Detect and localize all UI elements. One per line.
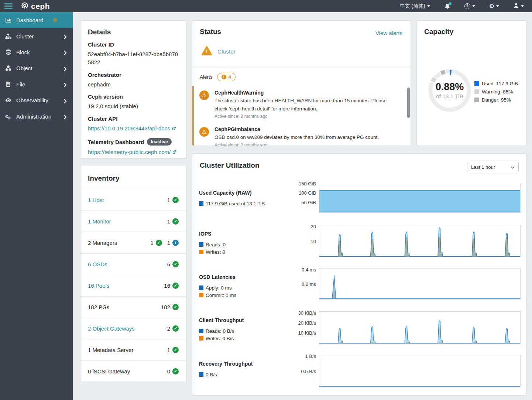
chevron-right-icon [64, 114, 67, 119]
axis-tick-label: 10 KiB/s [192, 330, 316, 336]
sitemap-icon [5, 33, 12, 40]
sidebar-item-label: Object [16, 65, 32, 71]
top-navbar: ceph 中文 (简体) ? ⚙ [0, 0, 532, 12]
legend-swatch [199, 250, 203, 254]
cluster-api-label: Cluster API [88, 116, 179, 122]
sidebar-item-label: Dashboard [16, 17, 43, 23]
info-circle-icon: i [172, 240, 179, 246]
legend-swatch [199, 336, 203, 341]
badge-count: 6 [167, 261, 170, 267]
badge-count: 16 [164, 283, 170, 289]
cluster-health-link[interactable]: Cluster [217, 48, 236, 55]
sidebar-item-dashboard[interactable]: Dashboard [0, 12, 73, 28]
inventory-row: 2 Managers1✓1i [80, 232, 186, 253]
check-circle-icon: ✓ [172, 368, 179, 375]
capacity-card: Capacity 0.88% of 13.1 TiB Used: 117.9 G… [416, 20, 526, 146]
chevron-down-icon [427, 5, 430, 7]
inventory-count-badge: 6✓ [167, 261, 179, 267]
alert-warning-icon: ⚠ [199, 90, 209, 100]
telemetry-link[interactable]: https://telemetry-public.ceph.com/ [88, 149, 171, 155]
check-circle-icon: ✓ [156, 240, 162, 246]
check-circle-icon: ✓ [172, 197, 179, 203]
sidebar-item-cluster[interactable]: Cluster [0, 28, 73, 44]
inventory-item-label: 182 PGs [88, 304, 109, 310]
cubes-icon [5, 65, 12, 71]
inventory-row: 182 PGs182✓ [80, 296, 186, 318]
hamburger-menu-icon[interactable] [4, 3, 13, 9]
chart-legend-item: Writes: 0 B/s [199, 335, 310, 342]
brand-text: ceph [31, 2, 50, 11]
cogs-icon: ⚙⚙ [5, 113, 12, 120]
inventory-count-badge: 1i [167, 240, 179, 246]
sidebar-item-administration[interactable]: ⚙⚙Administration [0, 108, 73, 124]
time-range-select[interactable]: Last 1 hour [467, 162, 519, 172]
capacity-total: of 13.1 TiB [436, 93, 463, 100]
inventory-row: 1 Host1✓ [80, 189, 186, 211]
external-link-icon [172, 125, 176, 133]
help-menu[interactable]: ? [464, 3, 475, 9]
inventory-count-badge: 0✓ [167, 368, 179, 375]
chart-plot-iops [319, 225, 521, 257]
language-selector[interactable]: 中文 (简体) [399, 3, 430, 10]
inventory-item-link[interactable]: 2 Object Gateways [88, 325, 135, 332]
legend-label: Writes: 0 B/s [206, 336, 234, 341]
chart-title: IOPS [199, 231, 310, 237]
sidebar-item-object[interactable]: Object [0, 60, 73, 76]
cluster-utilization-card: Cluster Utilization Last 1 hour Used Cap… [192, 153, 526, 395]
inventory-item-link[interactable]: 16 Pools [88, 283, 109, 289]
alert-item[interactable]: ⚠CephPGImbalanceOSD osd.0 on ww209 devia… [192, 122, 411, 146]
inventory-count-badge: 1✓ [150, 240, 162, 246]
alerts-count-pill[interactable]: i 4 [217, 73, 236, 81]
ceph-logo-icon [21, 1, 29, 11]
gear-icon: ⚙ [489, 3, 494, 9]
status-title: Status [200, 28, 221, 36]
legend-label: Danger: 95% [482, 97, 511, 103]
inventory-row: 0 iSCSI Gateway0✓ [80, 360, 186, 382]
badge-count: 1 [167, 218, 170, 225]
inventory-item-link[interactable]: 1 Monitor [88, 218, 111, 225]
chart-plot-used_capacity [319, 184, 521, 213]
sidebar-item-label: Administration [16, 113, 51, 120]
axis-tick-label: 20 KiB/s [192, 320, 316, 326]
help-icon: ? [464, 3, 470, 9]
utilization-title: Cluster Utilization [200, 161, 260, 170]
axis-tick-label: 50 GiB [192, 200, 316, 205]
inventory-card: Inventory 1 Host1✓1 Monitor1✓2 Managers1… [80, 165, 186, 382]
scrollbar-thumb[interactable] [407, 88, 410, 118]
cluster-api-link[interactable]: https://10.0.19.209:8443/api-docs [88, 125, 170, 131]
inventory-count-badge: 1✓ [167, 218, 179, 225]
legend-swatch [199, 293, 203, 297]
inactive-badge: Inactive [147, 138, 172, 146]
chevron-down-icon [511, 164, 515, 170]
axis-tick-label: 0.2 ms [192, 281, 316, 287]
view-alerts-link[interactable]: View alerts [375, 30, 402, 36]
chevron-right-icon [64, 34, 67, 38]
notifications-button[interactable] [444, 3, 450, 10]
settings-menu[interactable]: ⚙ [489, 3, 499, 9]
alerts-count: 4 [229, 74, 231, 80]
capacity-percent: 0.88% [436, 81, 464, 93]
chart-title: OSD Latencies [199, 274, 310, 280]
details-title: Details [88, 28, 179, 36]
legend-label: Warning: 85% [482, 89, 513, 95]
alert-item[interactable]: ⚠CephHealthWarningThe cluster state has … [192, 86, 411, 122]
user-menu[interactable] [513, 3, 524, 10]
sidebar-item-observability[interactable]: Observability [0, 92, 73, 108]
file-icon [5, 81, 12, 88]
sidebar-item-file[interactable]: File [0, 76, 73, 92]
sidebar-item-block[interactable]: Block [0, 44, 73, 60]
check-circle-icon: ✓ [172, 347, 179, 353]
chevron-right-icon [64, 50, 67, 54]
ceph-brand[interactable]: ceph [21, 1, 50, 11]
axis-tick-label: 1 B/s [192, 353, 316, 359]
legend-swatch [474, 89, 479, 94]
inventory-item-link[interactable]: 6 OSDs [88, 261, 107, 267]
svg-text:!: ! [206, 48, 208, 54]
inventory-item-link[interactable]: 1 Host [88, 197, 104, 203]
sidebar-item-label: Block [16, 49, 30, 55]
orchestrator-label: Orchestrator [88, 72, 179, 78]
check-circle-icon: ✓ [172, 325, 179, 332]
sidebar-nav: DashboardClusterBlockObjectFileObservabi… [0, 12, 73, 400]
warning-triangle-icon: ! [201, 46, 212, 57]
notification-dot [449, 2, 452, 5]
